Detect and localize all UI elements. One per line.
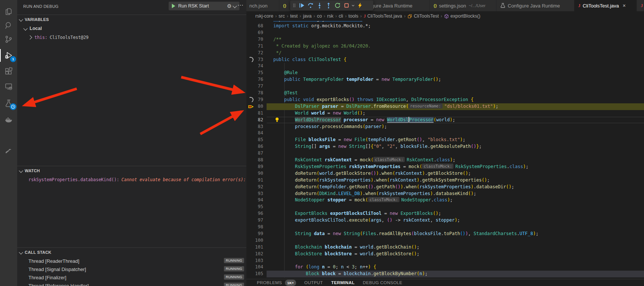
breadcrumb-item[interactable]: co	[317, 13, 322, 19]
code-line[interactable]: 105 Block block = blockchain.getBlockByN…	[246, 271, 644, 277]
code-line[interactable]: 89 RskSystemProperties rskSystemProperti…	[246, 164, 644, 170]
hot-code-replace-button[interactable]	[355, 1, 364, 10]
code-line[interactable]: 78 @Test	[246, 90, 644, 97]
drag-handle-icon[interactable]	[292, 1, 297, 10]
stop-button[interactable]	[342, 1, 351, 10]
line-number[interactable]: 90	[246, 170, 263, 177]
line-number[interactable]: 97	[246, 217, 263, 224]
gear-icon[interactable]: ⚙	[227, 3, 232, 9]
step-over-button[interactable]	[306, 1, 315, 10]
tab-configure-java-runtime-2[interactable]: Configure Java Runtime	[496, 0, 574, 11]
code-line[interactable]: 92 doReturn(tempFolder.getRoot().getPath…	[246, 184, 644, 191]
tab-debug-console[interactable]: DEBUG CONSOLE	[363, 280, 402, 285]
extensions-icon[interactable]	[0, 64, 17, 79]
breadcrumb-item[interactable]: JCliToolsTest.java	[364, 13, 402, 19]
breadcrumb-item[interactable]: rskj-core	[255, 13, 273, 19]
code-line[interactable]: 98	[246, 224, 644, 231]
line-number[interactable]: 87	[246, 150, 263, 157]
code-line[interactable]: 90 doReturn(world.getBlockStore()).when(…	[246, 170, 644, 177]
code-line[interactable]: 103	[246, 258, 644, 264]
line-number[interactable]: 101	[246, 244, 263, 251]
line-number[interactable]: 76	[246, 76, 263, 83]
line-number[interactable]: 104	[246, 264, 263, 271]
line-number[interactable]: 75	[246, 70, 263, 76]
code-line[interactable]: 96 ExportBlocks exportBlocksCliTool = ne…	[246, 210, 644, 217]
line-number[interactable]: 69	[246, 30, 263, 36]
code-line[interactable]: 81 World world = new World();	[246, 110, 644, 117]
tab-partial[interactable]: J	[637, 0, 644, 11]
code-area[interactable]: 67import static org.junit.Assert.*;68imp…	[246, 0, 644, 279]
line-number[interactable]: 95	[246, 204, 263, 210]
breadcrumb[interactable]: rskj-core›src›test›java›co›rsk›cli›tools…	[246, 11, 644, 21]
call-stack-thread[interactable]: Thread [ReaderThread]RUNNING	[17, 257, 246, 265]
code-line[interactable]: 80 DslParser parser = DslParser.fromReso…	[246, 103, 644, 110]
remote-explorer-icon[interactable]	[0, 79, 17, 94]
call-stack-thread[interactable]: Thread [Finalizer]RUNNING	[17, 273, 246, 282]
code-line[interactable]: 104 for (long n = 0; n < 3; n++) {	[246, 264, 644, 271]
code-line[interactable]: 79 public void exportBlocks() throws IOE…	[246, 97, 644, 103]
line-number[interactable]: 81	[246, 110, 263, 117]
line-number[interactable]: 72	[246, 50, 263, 57]
explorer-icon[interactable]	[0, 4, 17, 19]
line-number[interactable]: 103	[246, 258, 263, 264]
code-line[interactable]: 73public class CliToolsTest {	[246, 57, 644, 63]
code-line[interactable]: 84	[246, 130, 644, 137]
line-number[interactable]: 94	[246, 197, 263, 204]
line-number[interactable]: 92	[246, 184, 263, 191]
line-number[interactable]: 86	[246, 143, 263, 150]
watch-section-header[interactable]: WATCH	[17, 166, 246, 175]
line-number[interactable]: 71	[246, 43, 263, 50]
call-stack-thread[interactable]: Thread [Reference Handler]RUNNING	[17, 282, 246, 286]
step-into-button[interactable]	[315, 1, 324, 10]
line-number[interactable]: 68	[246, 23, 263, 30]
tab-output[interactable]: OUTPUT	[304, 280, 323, 285]
tab-settings-json[interactable]: {} settings.json ~/.../User	[430, 0, 496, 11]
code-line[interactable]: 85 File blocksFile = new File(tempFolder…	[246, 137, 644, 143]
line-number[interactable]: 83	[246, 124, 263, 130]
more-actions-icon[interactable]: ⋯	[237, 1, 243, 9]
line-number[interactable]: 96	[246, 210, 263, 217]
breadcrumb-item[interactable]: rsk	[327, 13, 334, 19]
breadcrumb-item[interactable]: CliToolsTest	[407, 13, 439, 19]
line-number[interactable]: 88	[246, 157, 263, 164]
breadcrumb-item[interactable]: exportBlocks()	[444, 13, 480, 19]
test-running-spinner-icon[interactable]	[247, 97, 254, 103]
code-line[interactable]: 70/**	[246, 36, 644, 43]
line-number[interactable]: 74	[246, 63, 263, 70]
line-number[interactable]: 89	[246, 164, 263, 170]
code-line[interactable]: 99 String data = new String(Files.readAl…	[246, 231, 644, 237]
tab-launch-json[interactable]: nch.json	[246, 0, 279, 11]
code-line[interactable]: 75 @Rule	[246, 70, 644, 76]
code-line[interactable]: 97 exportBlocksCliTool.execute(args, () …	[246, 217, 644, 224]
variables-scope-local[interactable]: Local	[17, 24, 246, 33]
line-number[interactable]: 70	[246, 36, 263, 43]
call-stack-section-header[interactable]: CALL STACK	[17, 248, 246, 257]
restart-button[interactable]	[333, 1, 342, 10]
code-line[interactable]: 102 BlockStore blockStore = world.getBlo…	[246, 251, 644, 258]
close-icon[interactable]: ×	[623, 3, 626, 9]
watch-expression[interactable]: rskSystemProperties.databaseKind(): Cann…	[17, 175, 246, 184]
line-number[interactable]: 98	[246, 224, 263, 231]
run-and-debug-icon[interactable]: 1	[0, 48, 17, 63]
stop-dropdown-chevron-icon[interactable]	[351, 1, 355, 10]
line-number[interactable]: 93	[246, 191, 263, 197]
code-line[interactable]: 91 doReturn(rskSystemProperties).when(rs…	[246, 177, 644, 184]
line-number[interactable]: 99	[246, 231, 263, 237]
code-line[interactable]: 71 * Created by ajlopez on 26/04/2020.	[246, 43, 644, 50]
code-line[interactable]: 72 */	[246, 50, 644, 57]
breadcrumb-item[interactable]: cli	[339, 13, 343, 19]
variables-section-header[interactable]: VARIABLES	[17, 15, 246, 24]
search-icon[interactable]	[0, 18, 17, 33]
code-line[interactable]: 88 RskContext rskContext = mock(classToM…	[246, 157, 644, 164]
source-control-icon[interactable]	[0, 32, 17, 47]
breadcrumb-item[interactable]: test	[290, 13, 298, 19]
line-number[interactable]: 91	[246, 177, 263, 184]
test-running-spinner-icon[interactable]	[247, 57, 254, 63]
code-line[interactable]: 82 WorldDslProcessor processor = new Wor…	[246, 117, 644, 124]
tab-clitoolstest-java[interactable]: J CliToolsTest.java ×	[574, 0, 637, 11]
code-line[interactable]: 69	[246, 30, 644, 36]
start-debug-icon[interactable]	[172, 4, 175, 8]
code-line[interactable]: 87	[246, 150, 644, 157]
step-out-button[interactable]	[324, 1, 333, 10]
breadcrumb-item[interactable]: tools	[349, 13, 358, 19]
